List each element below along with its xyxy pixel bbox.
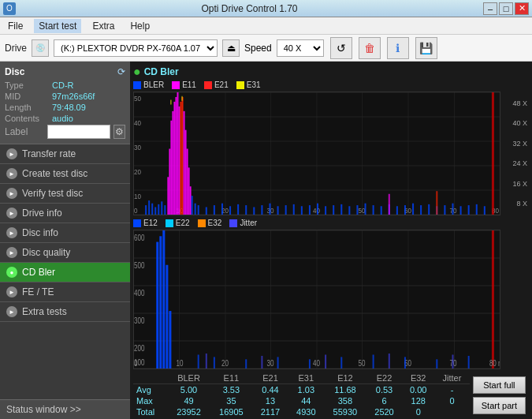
svg-rect-84 [452, 204, 453, 215]
svg-rect-58 [245, 205, 247, 215]
menu-start-test[interactable]: Start test [34, 19, 81, 33]
label-gear-button[interactable]: ⚙ [113, 125, 125, 139]
svg-rect-124 [162, 230, 165, 368]
disc-info-icon: ► [6, 227, 17, 238]
avg-e12: 11.68 [324, 384, 366, 396]
menu-extra[interactable]: Extra [87, 19, 119, 33]
svg-rect-56 [229, 206, 231, 215]
minimize-button[interactable]: – [483, 2, 497, 15]
svg-rect-64 [293, 204, 295, 215]
svg-rect-38 [172, 111, 173, 215]
speed-selector[interactable]: 40 X [277, 39, 324, 57]
total-e22: 2520 [366, 406, 402, 417]
erase-button[interactable]: 🗑 [359, 37, 381, 59]
svg-rect-48 [188, 167, 190, 215]
status-window-button[interactable]: Status window >> [0, 399, 130, 419]
max-e21: 13 [252, 395, 288, 406]
chart1-y-axis: 48 X 40 X 32 X 24 X 16 X 8 X [500, 92, 529, 215]
fe-te-icon: ► [6, 286, 17, 297]
disc-label-input[interactable] [47, 125, 110, 139]
svg-text:300: 300 [134, 316, 145, 326]
svg-rect-122 [156, 242, 158, 368]
drive-selector[interactable]: (K:) PLEXTOR DVDR PX-760A 1.07 [54, 39, 218, 57]
svg-rect-31 [154, 207, 156, 215]
svg-text:10: 10 [176, 358, 183, 368]
svg-text:20: 20 [221, 358, 229, 368]
disc-length-value: 79:48.09 [52, 103, 86, 112]
avg-jitter: - [434, 384, 470, 396]
info-button[interactable]: ℹ [387, 37, 409, 59]
sidebar-label-create-test-disc: Create test disc [22, 168, 87, 179]
svg-rect-141 [452, 355, 453, 369]
col-header-e11: E11 [210, 372, 252, 384]
chart1-legend: BLER E11 E21 E31 [133, 80, 529, 89]
svg-rect-129 [245, 359, 247, 368]
svg-rect-65 [301, 206, 303, 215]
col-header-e22: E22 [366, 372, 402, 384]
drive-icon: 💿 [32, 39, 49, 57]
sidebar-item-verify-test-disc[interactable]: ► Verify test disc [0, 184, 130, 204]
svg-rect-34 [164, 205, 166, 215]
save-button[interactable]: 💾 [415, 37, 437, 59]
svg-rect-41 [177, 92, 178, 215]
disc-panel-title: Disc [5, 66, 24, 77]
maximize-button[interactable]: □ [499, 2, 513, 15]
extra-tests-icon: ► [6, 306, 17, 317]
svg-rect-79 [412, 204, 414, 215]
max-e32: 128 [402, 395, 434, 406]
svg-rect-37 [170, 121, 172, 215]
svg-rect-131 [309, 359, 311, 368]
sidebar-item-extra-tests[interactable]: ► Extra tests [0, 302, 130, 322]
svg-rect-36 [169, 149, 170, 215]
svg-rect-29 [148, 200, 150, 215]
cd-bler-chart-title: CD Bler [144, 66, 179, 77]
svg-rect-39 [173, 102, 175, 215]
svg-rect-66 [309, 205, 311, 215]
sidebar-item-cd-bler[interactable]: ● CD Bler [0, 263, 130, 282]
start-part-button[interactable]: Start part [473, 397, 526, 414]
total-e31: 4930 [288, 406, 324, 417]
svg-rect-132 [340, 357, 342, 368]
col-header-e21: E21 [252, 372, 288, 384]
chart1-section: ● CD Bler BLER E11 E21 E31 [130, 62, 532, 217]
svg-text:40: 40 [313, 206, 320, 215]
svg-rect-55 [221, 204, 223, 215]
disc-refresh-icon[interactable]: ⟳ [117, 66, 125, 77]
sidebar-item-create-test-disc[interactable]: ► Create test disc [0, 164, 130, 184]
sidebar-label-extra-tests: Extra tests [22, 306, 67, 317]
total-bler: 23952 [168, 406, 210, 417]
svg-text:50: 50 [358, 358, 365, 368]
sidebar-item-transfer-rate[interactable]: ► Transfer rate [0, 144, 130, 164]
svg-rect-134 [404, 357, 406, 368]
sidebar-item-disc-quality[interactable]: ► Disc quality [0, 243, 130, 263]
stats-wrap: BLER E11 E21 E31 E12 E22 E32 Jitter Avg [133, 372, 470, 417]
svg-rect-71 [348, 206, 350, 215]
action-buttons: Start full Start part [470, 372, 529, 417]
sidebar-item-fe-te[interactable]: ► FE / TE [0, 282, 130, 302]
svg-text:30: 30 [266, 358, 273, 368]
svg-rect-138 [261, 356, 262, 368]
sidebar-item-disc-info[interactable]: ► Disc info [0, 223, 130, 243]
row-label-max: Max [133, 395, 168, 406]
close-button[interactable]: ✕ [515, 2, 529, 15]
svg-rect-40 [175, 97, 177, 215]
menu-file[interactable]: File [3, 19, 28, 33]
sidebar-item-drive-info[interactable]: ► Drive info [0, 204, 130, 223]
total-e32: 0 [402, 406, 434, 417]
max-jitter: 0 [434, 395, 470, 406]
svg-rect-74 [373, 205, 374, 215]
refresh-button[interactable]: ↺ [330, 37, 352, 59]
svg-rect-133 [373, 355, 374, 369]
eject-button[interactable]: ⏏ [222, 39, 240, 57]
chart2-section: E12 E22 E32 Jitter [130, 217, 532, 371]
svg-rect-52 [198, 205, 199, 215]
svg-text:10: 10 [134, 192, 141, 200]
start-full-button[interactable]: Start full [473, 376, 526, 394]
svg-rect-77 [396, 206, 398, 215]
svg-rect-87 [476, 204, 478, 215]
chart1-svg-wrap: 0 10 20 30 40 50 60 70 80 min 50 40 30 2… [133, 92, 500, 215]
menu-help[interactable]: Help [125, 19, 154, 33]
max-e22: 6 [366, 395, 402, 406]
svg-rect-62 [277, 206, 279, 215]
chart2-svg-wrap: 600 500 400 300 200 100 0 10 20 30 40 50… [133, 230, 500, 369]
